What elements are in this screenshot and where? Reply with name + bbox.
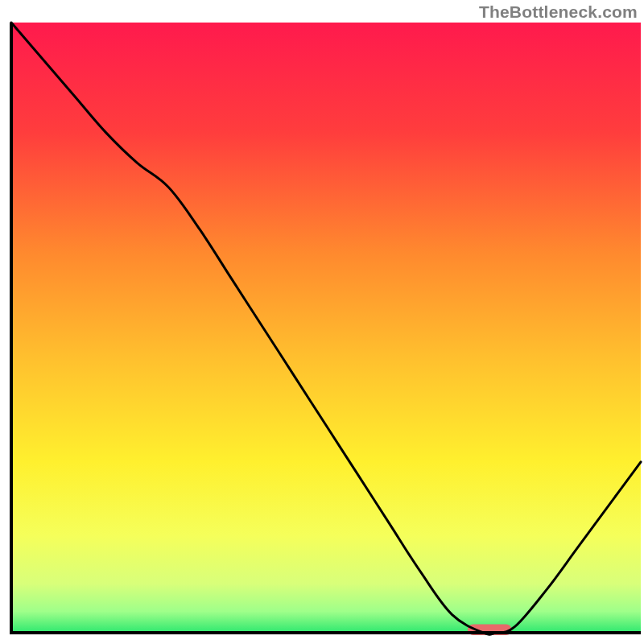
bottleneck-chart <box>0 0 644 644</box>
chart-background <box>11 23 641 633</box>
chart-container: TheBottleneck.com <box>0 0 644 644</box>
watermark-text: TheBottleneck.com <box>479 2 638 22</box>
